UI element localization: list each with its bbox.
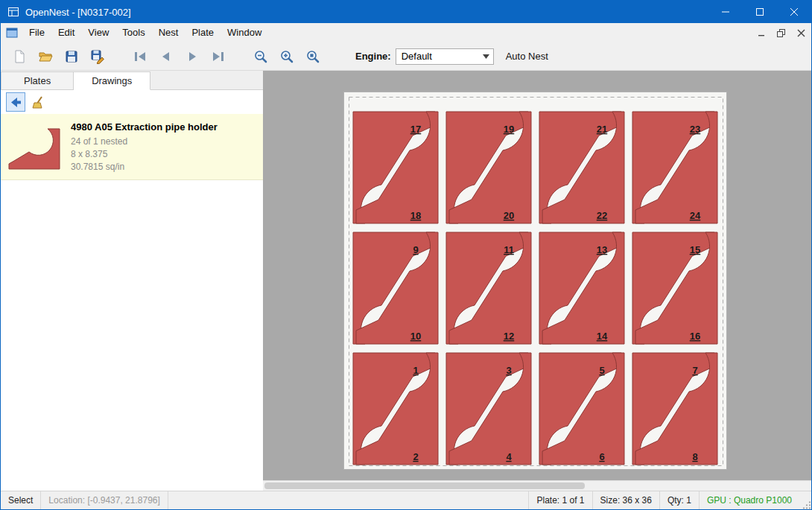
open-button[interactable] [34,45,57,68]
app-icon [7,6,19,18]
mdi-controls [751,23,811,42]
broom-icon [31,95,44,109]
previous-plate-icon [159,49,174,64]
zoom-out-button[interactable] [250,45,272,68]
auto-nest-button[interactable]: Auto Nest [506,51,548,62]
drawing-meta: 4980 A05 Extraction pipe holder 24 of 1 … [71,120,218,173]
nested-part-pair: 12 [353,353,438,465]
drawing-area: 30.7815 sq/in [71,161,218,173]
zoom-in-icon [279,49,294,64]
menu-item-window[interactable]: Window [221,23,268,42]
first-plate-icon [133,49,148,64]
menu-item-view[interactable]: View [81,23,115,42]
status-bar: Select Location: [-0.9437, 21.8796] Plat… [1,491,811,509]
next-plate-button[interactable] [181,45,203,68]
drawing-nested-count: 24 of 1 nested [71,136,218,148]
horizontal-scrollbar[interactable] [263,480,811,491]
part-number: 1 [413,365,418,376]
nested-part-pair: 910 [353,232,438,344]
mdi-system-icon[interactable] [6,27,18,39]
status-mode: Select [1,491,41,509]
part-number: 13 [597,244,607,255]
menu-items: FileEditViewToolsNestPlateWindow [22,23,268,42]
last-plate-icon [211,49,226,64]
scrollbar-thumb[interactable] [264,482,585,489]
engine-select[interactable]: Default [396,48,494,65]
close-button[interactable] [777,1,811,23]
status-gpu: GPU : Quadro P1000 [699,491,799,509]
last-plate-button[interactable] [207,45,229,68]
tab-drawings[interactable]: Drawings [74,71,150,90]
nested-part-pair: 1920 [446,112,531,223]
nested-part-pair: 34 [446,353,531,465]
clean-button[interactable] [28,92,47,112]
part-number: 17 [410,124,421,135]
part-number: 6 [599,451,604,462]
panel-back-button[interactable] [6,92,25,112]
previous-plate-button[interactable] [155,45,177,68]
content-area: Plates Drawings [1,71,811,491]
part-number: 12 [504,331,514,342]
menu-item-edit[interactable]: Edit [51,23,81,42]
part-number: 7 [692,365,697,376]
drawing-item[interactable]: 4980 A05 Extraction pipe holder 24 of 1 … [1,114,263,180]
nested-part-pair: 1718 [353,112,438,223]
menu-item-nest[interactable]: Nest [152,23,185,42]
zoom-fit-icon [305,49,320,64]
mdi-restore-button[interactable] [771,23,791,42]
open-folder-icon [38,49,53,64]
chevron-down-icon [480,54,493,59]
mdi-minimize-button[interactable] [751,23,771,42]
window-title: OpenNest - [N0317-002] [25,7,131,18]
resize-grip[interactable] [799,491,811,509]
mdi-close-button[interactable] [791,23,811,42]
plate: 171819202122232491011121314151612345678 [343,92,727,470]
zoom-out-icon [253,49,268,64]
maximize-button[interactable] [743,1,777,23]
part-number: 21 [597,124,607,135]
menu-item-tools[interactable]: Tools [115,23,151,42]
part-number: 19 [504,124,514,135]
drawing-title: 4980 A05 Extraction pipe holder [71,121,218,133]
nested-part-pair: 78 [632,353,717,465]
status-location: Location: [-0.9437, 21.8796] [41,491,168,509]
part-number: 20 [504,210,514,221]
save-button[interactable] [60,45,83,68]
nested-part-pair: 1314 [539,232,624,344]
menu-item-file[interactable]: File [22,23,51,42]
drawing-list: 4980 A05 Extraction pipe holder 24 of 1 … [1,114,263,491]
new-button[interactable] [8,45,31,68]
status-size: Size: 36 x 36 [592,491,659,509]
nested-part-pair: 2122 [539,112,624,223]
nest-result: 171819202122232491011121314151612345678 [344,92,728,471]
first-plate-button[interactable] [129,45,151,68]
save-icon [64,49,79,64]
application-window: OpenNest - [N0317-002] FileEditViewTools… [0,0,812,510]
zoom-in-button[interactable] [276,45,298,68]
zoom-fit-button[interactable] [302,45,324,68]
title-bar: OpenNest - [N0317-002] [1,1,811,23]
engine-label: Engine: [355,51,391,62]
blue-back-arrow-icon [9,95,22,109]
nested-part-pair: 56 [539,353,624,465]
nested-part-pair: 2324 [632,112,717,223]
part-number: 23 [690,124,700,135]
part-number: 3 [506,365,511,376]
tab-plates[interactable]: Plates [1,71,74,90]
status-qty: Qty: 1 [659,491,699,509]
menu-item-plate[interactable]: Plate [185,23,221,42]
panel-toolbar [1,90,263,114]
caption-buttons [708,1,811,23]
canvas-column: 171819202122232491011121314151612345678 [263,71,811,491]
part-number: 9 [413,244,418,255]
engine-value: Default [402,51,432,62]
part-number: 2 [413,451,418,462]
nest-canvas[interactable]: 171819202122232491011121314151612345678 [263,71,811,480]
part-number: 22 [597,210,607,221]
part-number: 14 [597,331,608,342]
save-edit-button[interactable] [86,45,109,68]
part-number: 11 [504,244,514,255]
panel-tabs: Plates Drawings [1,71,263,90]
part-number: 4 [506,451,512,462]
minimize-button[interactable] [708,1,743,23]
